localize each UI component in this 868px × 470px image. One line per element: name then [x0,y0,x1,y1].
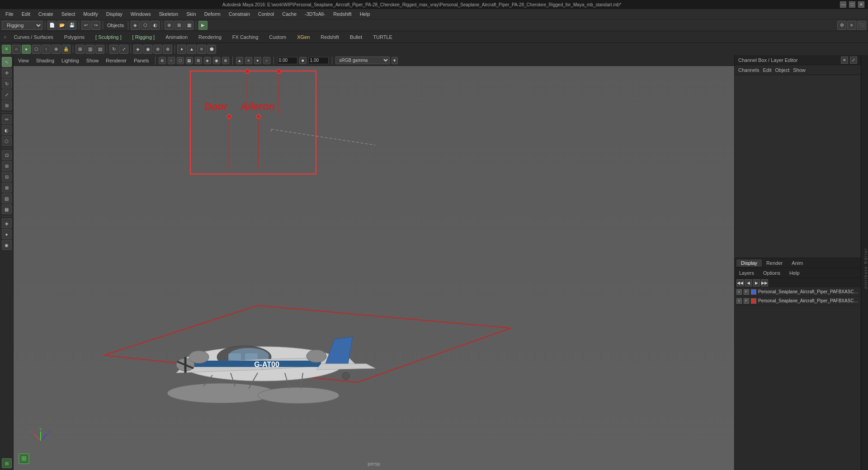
scale-tool-btn[interactable]: ⤢ [2,89,12,99]
minimize-button[interactable]: — [840,1,846,8]
new-file-btn[interactable]: 📄 [47,21,57,30]
value-a-input[interactable] [277,57,297,64]
tool-rot-btn[interactable]: ↻ [109,45,118,54]
snap3-btn[interactable]: ▦ [184,21,193,30]
menu-deform[interactable]: Deform [201,10,224,18]
vp-menu-show[interactable]: Show [84,57,102,64]
vp-icon2[interactable]: ○ [168,57,175,64]
tool-misc3[interactable]: ⊗ [153,45,162,54]
vp-val-btn[interactable]: ■ [299,57,307,64]
gamma-dropdown-btn[interactable]: ▼ [392,57,398,64]
viewport-3d[interactable]: Door Aileron [14,66,734,470]
menu-control[interactable]: Control [255,10,278,18]
menu-modify[interactable]: Modify [80,10,101,18]
vp-icon8[interactable]: ⊗ [222,57,229,64]
vp-icon4[interactable]: ▦ [186,57,193,64]
cb-tab-object[interactable]: Object [775,67,789,73]
tab-xgen[interactable]: XGen [292,33,315,42]
rigging-dropdown[interactable]: Rigging [2,21,42,30]
menu-display[interactable]: Display [103,10,126,18]
tool-arrow-btn[interactable]: ↑ [42,45,51,54]
menu-select[interactable]: Select [58,10,79,18]
lt-tab-options[interactable]: Options [760,269,783,277]
lp-next-btn[interactable]: ▶ [753,279,760,287]
tool-plane-btn[interactable]: ▥ [85,45,94,54]
layer-vis-1[interactable]: V [736,289,742,295]
redo-btn[interactable]: ↪ [91,21,100,30]
attribute-editor-strip[interactable]: Attribute Editor [861,55,868,470]
render-btn[interactable]: ▶ [198,21,208,30]
snap-btn[interactable]: ⊕ [165,21,174,30]
vp-menu-lighting[interactable]: Lighting [59,57,82,64]
dt-tab-anim[interactable]: Anim [787,259,807,267]
tab-curves-surfaces[interactable]: Curves / Surfaces [8,33,58,42]
paint-btn[interactable]: ◐ [151,21,160,30]
lp-prev2-btn[interactable]: ◀ [745,279,752,287]
tab-rendering[interactable]: Rendering [193,33,227,42]
cb-tab-show[interactable]: Show [793,67,806,73]
vp-icon10[interactable]: ≡ [245,57,252,64]
tab-animation[interactable]: Animation [160,33,193,42]
menu-cache[interactable]: Cache [278,10,300,18]
tool-x-btn[interactable]: ✕ [2,45,11,54]
close-button[interactable]: ✕ [858,1,864,8]
lp-next2-btn[interactable]: ▶▶ [761,279,768,287]
tool-move-btn[interactable]: ⊕ [52,45,61,54]
right-icon1[interactable]: ⚙ [837,21,846,30]
tool-misc4[interactable]: ⊕ [163,45,172,54]
tool-circle2-btn[interactable]: ● [22,45,31,54]
menu-windows[interactable]: Windows [127,10,155,18]
tool-circle-btn[interactable]: ○ [12,45,21,54]
value-b-input[interactable] [308,57,329,64]
open-file-btn[interactable]: 📂 [57,21,66,30]
gamma-select[interactable]: sRGB gamma [335,56,390,64]
menu-file[interactable]: File [2,10,17,18]
nav-icon[interactable]: ⊞ [2,458,12,468]
vp-menu-panels[interactable]: Panels [131,57,152,64]
tool-misc7[interactable]: ≡ [197,45,206,54]
tab-fx-caching[interactable]: FX Caching [227,33,264,42]
maximize-button[interactable]: □ [849,1,855,8]
tool-plane2-btn[interactable]: ▤ [95,45,104,54]
misc-side1[interactable]: ◈ [2,218,12,228]
vp-icon12[interactable]: ○ [263,57,270,64]
lp-prev-btn[interactable]: ◀◀ [736,279,744,287]
layer-p-1[interactable]: P [744,289,749,295]
tab-sculpting[interactable]: [ Sculpting ] [90,33,127,42]
tool-misc1[interactable]: ◈ [133,45,142,54]
frame3-btn[interactable]: ⊟ [2,172,12,182]
tab-rigging[interactable]: [ Rigging ] [127,33,160,42]
misc-side3[interactable]: ◉ [2,240,12,250]
right-icon2[interactable]: ≡ [847,21,856,30]
lt-tab-help[interactable]: Help [787,269,802,277]
select-btn[interactable]: ◈ [131,21,140,30]
lasso-btn[interactable]: ⬡ [141,21,150,30]
custom-tool-btn[interactable]: ⊞ [2,100,12,110]
vp-icon3[interactable]: ⬡ [177,57,184,64]
dt-tab-display[interactable]: Display [736,259,762,267]
frame5-btn[interactable]: ▨ [2,193,12,203]
dt-tab-render[interactable]: Render [762,259,787,267]
frame-btn[interactable]: ⊡ [2,150,12,160]
right-icon3[interactable]: ⬛ [857,21,866,30]
menu-skeleton[interactable]: Skeleton [155,10,182,18]
undo-btn[interactable]: ↩ [81,21,90,30]
vp-menu-view[interactable]: View [15,57,32,64]
vp-menu-shading[interactable]: Shading [33,57,57,64]
snap2-btn[interactable]: ⊞ [175,21,184,30]
menu-redshift[interactable]: Redshift [330,10,355,18]
vp-icon1[interactable]: ⊕ [159,57,166,64]
cb-tab-channels[interactable]: Channels [738,67,759,73]
layer-vis-2[interactable]: V [736,298,742,304]
tool-node-btn[interactable]: ⬡ [32,45,41,54]
tab-bullet[interactable]: Bullet [344,33,368,42]
cb-close-btn[interactable]: ✕ [841,56,848,64]
tool-misc2[interactable]: ◉ [143,45,152,54]
menu-skin[interactable]: Skin [183,10,199,18]
misc-side2[interactable]: ● [2,229,12,239]
menu-constrain[interactable]: Constrain [225,10,254,18]
cb-expand-btn[interactable]: ⤢ [850,56,857,64]
tool-misc5[interactable]: ♦ [177,45,186,54]
menu-create[interactable]: Create [35,10,57,18]
rotate-tool-btn[interactable]: ↻ [2,79,12,89]
